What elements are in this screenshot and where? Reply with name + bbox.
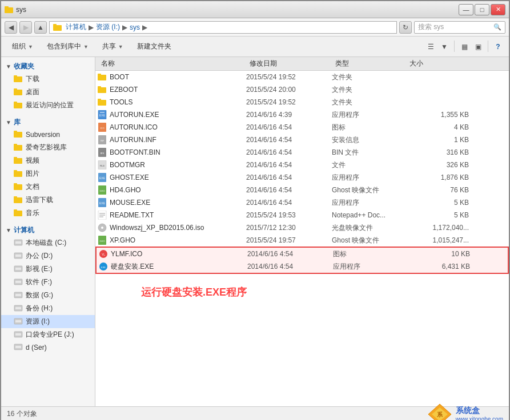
sidebar-item-music[interactable]: 音乐 (1, 207, 95, 220)
ylmf-ico-icon: YL (99, 249, 108, 259)
minimize-button[interactable]: — (459, 4, 473, 15)
sidebar-item-download[interactable]: 下载 (1, 72, 95, 86)
sidebar-item-g[interactable]: 数据 (G:) (1, 289, 95, 302)
file-row-ezboot[interactable]: EZBOOT 2015/5/24 20:00 文件夹 (95, 83, 509, 96)
svg-rect-41 (15, 346, 21, 348)
e-drive-icon (14, 265, 23, 274)
sidebar-item-j[interactable]: 口袋专业PE (J:) (1, 328, 95, 341)
col-header-date[interactable]: 修改日期 (246, 59, 332, 68)
sidebar-item-f[interactable]: 软件 (F:) (1, 276, 95, 289)
sidebar-item-docs[interactable]: 文档 (1, 180, 95, 193)
view-dropdown-button[interactable]: ▼ (438, 41, 451, 53)
sidebar-item-e[interactable]: 影视 (E:) (1, 262, 95, 276)
g-drive-icon (14, 291, 23, 300)
sidebar-item-h[interactable]: 备份 (H:) (1, 302, 95, 315)
svg-rect-5 (14, 75, 17, 77)
sidebar-item-subversion[interactable]: Subversion (1, 128, 95, 141)
address-bar: ◀ ▶ ▲ 计算机 ▶ 资源 (I:) ▶ sys ▶ ↻ 搜索 sys 🔍 (1, 18, 509, 37)
file-row-mouse-exe[interactable]: EXE MOUSE.EXE 2014/6/16 4:54 应用程序 5 KB (95, 196, 509, 209)
include-library-button[interactable]: 包含到库中 ▼ (41, 39, 95, 55)
svg-rect-7 (14, 88, 17, 90)
svg-rect-37 (15, 320, 21, 322)
sidebar-item-thunder[interactable]: 迅雷下载 (1, 193, 95, 207)
svg-rect-4 (14, 76, 22, 82)
file-rows: BOOT 2015/5/24 19:52 文件夹 EZBOOT 2015/5/2… (95, 71, 509, 406)
refresh-button[interactable]: ↻ (399, 21, 412, 34)
favorites-section[interactable]: ▼ 收藏夹 (1, 60, 95, 72)
autorun-inf-icon: INF (98, 135, 107, 144)
file-row-readme[interactable]: README.TXT 2015/5/24 19:53 Notepad++ Doc… (95, 209, 509, 221)
svg-rect-45 (98, 86, 101, 88)
hd4-gho-icon: GHO (98, 185, 107, 195)
search-icon[interactable]: 🔍 (493, 23, 501, 31)
file-row-hd-install-exe[interactable]: EXE 硬盘安装.EXE 2014/6/16 4:54 应用程序 6,431 K… (97, 260, 508, 273)
sidebar-item-ser[interactable]: d (Ser) (1, 341, 95, 354)
library-label: 库 (14, 118, 21, 127)
mouse-exe-icon: EXE (98, 198, 107, 207)
file-row-xp-gho[interactable]: GHO XP.GHO 2015/5/24 19:57 Ghost 映像文件 1,… (95, 234, 509, 247)
search-box[interactable]: 搜索 sys 🔍 (414, 21, 505, 34)
share-button[interactable]: 共享 ▼ (96, 39, 130, 55)
tools-folder-icon (98, 98, 107, 107)
svg-rect-1 (5, 6, 9, 8)
svg-point-70 (101, 227, 103, 229)
svg-text:EXE: EXE (101, 266, 106, 269)
svg-rect-6 (14, 90, 22, 95)
svg-rect-23 (14, 209, 17, 211)
breadcrumb-drive[interactable]: 资源 (I:) (96, 22, 120, 32)
bootmgr-icon: FILE (98, 160, 107, 169)
iqiyi-icon (14, 143, 23, 152)
sidebar-item-i[interactable]: 资源 (I:) (1, 315, 95, 328)
file-row-autorun-inf[interactable]: INF AUTORUN.INF 2014/6/16 4:54 安装信息 1 KB (95, 134, 509, 146)
file-row-tools[interactable]: TOOLS 2015/5/24 19:52 文件夹 (95, 96, 509, 108)
sidebar-item-pictures[interactable]: 图片 (1, 167, 95, 180)
svg-rect-11 (14, 131, 17, 132)
file-row-iso[interactable]: Windowszj_XP_BD2015.06.iso 2015/7/12 12:… (95, 221, 509, 234)
file-row-ylmf-ico[interactable]: YL YLMF.ICO 2014/6/16 4:54 图标 10 KB (97, 248, 508, 260)
svg-text:YL: YL (102, 253, 105, 256)
col-header-name[interactable]: 名称 (98, 59, 246, 68)
title-bar: sys — □ ✕ (1, 1, 509, 18)
file-row-ghost-exe[interactable]: EXE GHOST.EXE 2014/6/16 4:54 应用程序 1,876 … (95, 171, 509, 184)
computer-section[interactable]: ▼ 计算机 (1, 224, 95, 236)
svg-marker-50 (100, 112, 105, 113)
file-row-bootfont[interactable]: BIN BOOTFONT.BIN 2014/6/16 4:54 BIN 文件 3… (95, 146, 509, 159)
file-row-autorun-exe[interactable]: EXE AUTORUN.EXE 2014/6/16 4:39 应用程序 1,35… (95, 108, 509, 121)
maximize-button[interactable]: □ (475, 4, 489, 15)
details-pane-button[interactable]: ▣ (472, 41, 484, 53)
svg-rect-44 (98, 87, 106, 93)
sidebar-item-video[interactable]: 视频 (1, 154, 95, 167)
view-list-button[interactable]: ☰ (424, 41, 437, 53)
file-row-hd4-gho[interactable]: GHO HD4.GHO 2014/6/16 4:54 Ghost 映像文件 76… (95, 184, 509, 196)
file-row-autorun-ico[interactable]: ICO AUTORUN.ICO 2014/6/16 4:54 图标 4 KB (95, 121, 509, 134)
close-button[interactable]: ✕ (491, 4, 505, 15)
sidebar-item-c[interactable]: 本地磁盘 (C:) (1, 236, 95, 249)
address-path[interactable]: 计算机 ▶ 资源 (I:) ▶ sys ▶ (49, 21, 397, 34)
svg-text:GHO: GHO (99, 189, 105, 192)
svg-rect-35 (15, 307, 21, 309)
svg-text:EXE: EXE (99, 176, 106, 180)
col-header-size[interactable]: 大小 (406, 59, 469, 68)
forward-button[interactable]: ▶ (19, 21, 32, 34)
sidebar-item-recent[interactable]: 最近访问的位置 (1, 99, 95, 112)
sidebar-item-desktop[interactable]: 桌面 (1, 86, 95, 99)
preview-pane-button[interactable]: ▦ (458, 41, 471, 53)
library-section[interactable]: ▼ 库 (1, 116, 95, 128)
sidebar-item-d[interactable]: 办公 (D:) (1, 249, 95, 262)
breadcrumb-folder[interactable]: sys (130, 23, 140, 31)
breadcrumb-computer[interactable]: 计算机 (66, 22, 86, 32)
download-folder-icon (14, 75, 23, 84)
sidebar-item-iqiyi[interactable]: 爱奇艺影视库 (1, 141, 95, 154)
file-row-boot[interactable]: BOOT 2015/5/24 19:52 文件夹 (95, 71, 509, 83)
music-folder-icon (14, 209, 23, 218)
help-button[interactable]: ? (492, 41, 504, 53)
bootfont-bin-icon: BIN (98, 148, 107, 157)
new-folder-button[interactable]: 新建文件夹 (131, 39, 178, 55)
up-button[interactable]: ▲ (34, 21, 47, 34)
svg-rect-12 (14, 145, 22, 151)
col-header-type[interactable]: 类型 (332, 59, 406, 68)
status-bar: 16 个对象 系 系统盒 www.xitonghe.com (1, 406, 509, 420)
organize-button[interactable]: 组织 ▼ (6, 39, 39, 55)
file-row-bootmgr[interactable]: FILE BOOTMGR 2014/6/16 4:54 文件 326 KB (95, 159, 509, 171)
back-button[interactable]: ◀ (5, 21, 17, 34)
